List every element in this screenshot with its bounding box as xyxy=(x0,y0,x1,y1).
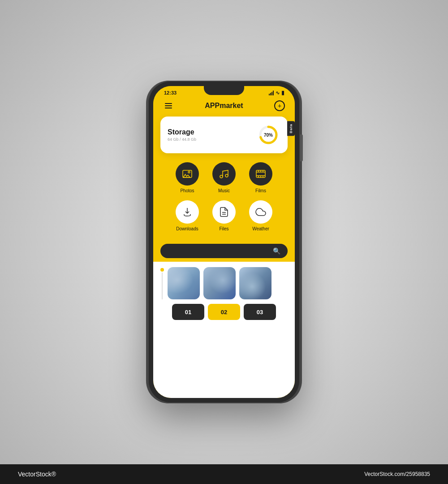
data-tab[interactable]: Data xyxy=(287,121,295,136)
timeline xyxy=(160,267,164,299)
app-item-files[interactable]: Files xyxy=(212,200,236,231)
app-grid-row1: Photos Music xyxy=(153,157,295,242)
svg-point-5 xyxy=(225,174,228,177)
page-btn-3[interactable]: 03 xyxy=(244,304,276,320)
phone-screen: 12:33 ∿ ▮ APPmarket xyxy=(153,86,295,398)
storage-info: Storage 64 Gb / 44.8 Gb xyxy=(168,128,196,142)
storage-card: Storage 64 Gb / 44.8 Gb 70% xyxy=(160,117,288,153)
top-nav: APPmarket + xyxy=(153,98,295,117)
app-item-photos[interactable]: Photos xyxy=(176,162,199,193)
svg-point-2 xyxy=(188,171,190,173)
search-section: 🔍 xyxy=(153,242,295,262)
app-title: APPmarket xyxy=(205,102,243,110)
battery-icon: ▮ xyxy=(281,90,284,96)
search-icon: 🔍 xyxy=(273,247,280,255)
status-icons: ∿ ▮ xyxy=(269,90,284,96)
thumbnail-2[interactable] xyxy=(203,267,236,299)
films-label: Films xyxy=(255,188,266,193)
notch xyxy=(204,86,244,95)
bottom-section: 01 02 03 xyxy=(153,262,295,398)
svg-point-4 xyxy=(220,175,223,178)
weather-label: Weather xyxy=(252,226,269,231)
app-item-weather[interactable]: Weather xyxy=(249,200,272,231)
page-btn-1[interactable]: 01 xyxy=(172,304,204,320)
add-button[interactable]: + xyxy=(273,99,286,112)
storage-label: Storage xyxy=(168,128,196,136)
watermark-right: VectorStock.com/25958835 xyxy=(364,471,430,477)
photos-label: Photos xyxy=(180,188,194,193)
app-item-downloads[interactable]: Downloads xyxy=(176,200,199,231)
downloads-label: Downloads xyxy=(176,226,198,231)
phone-shell: 12:33 ∿ ▮ APPmarket xyxy=(148,81,300,403)
storage-donut: 70% xyxy=(256,123,280,147)
thumbnails xyxy=(168,267,288,299)
wifi-icon: ∿ xyxy=(276,90,280,96)
thumbnail-3[interactable] xyxy=(239,267,271,299)
app-item-music[interactable]: Music xyxy=(212,162,236,193)
music-label: Music xyxy=(218,188,230,193)
files-label: Files xyxy=(219,226,228,231)
watermark-bar: VectorStock® VectorStock.com/25958835 xyxy=(0,464,448,484)
hamburger-button[interactable] xyxy=(162,99,175,112)
status-time: 12:33 xyxy=(164,90,177,95)
page-btn-2[interactable]: 02 xyxy=(208,304,240,320)
pagination-row: 01 02 03 xyxy=(160,304,288,320)
signal-icon xyxy=(269,90,274,95)
storage-section: Storage 64 Gb / 44.8 Gb 70% Data xyxy=(153,117,295,157)
thumbnail-1[interactable] xyxy=(168,267,200,299)
storage-percent: 70% xyxy=(264,133,273,138)
storage-subtitle: 64 Gb / 44.8 Gb xyxy=(168,137,196,142)
app-item-films[interactable]: Films xyxy=(249,162,272,193)
watermark-left: VectorStock® xyxy=(18,471,56,478)
search-bar[interactable]: 🔍 xyxy=(160,244,288,258)
